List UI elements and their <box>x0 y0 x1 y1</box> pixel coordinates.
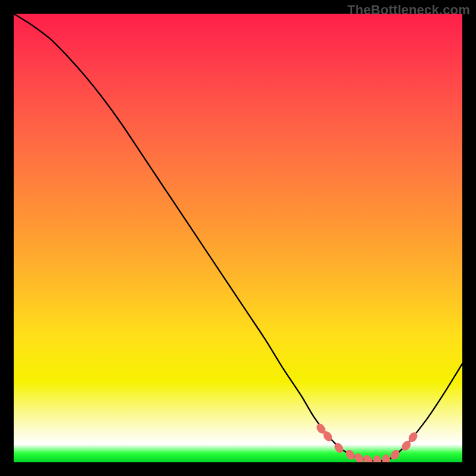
bead-marker <box>389 448 401 461</box>
bead-marker <box>373 455 381 462</box>
curve-layer <box>14 14 462 462</box>
bottleneck-curve <box>14 14 462 461</box>
bead-marker <box>362 453 374 462</box>
bead-marker <box>382 454 390 462</box>
chart-frame: TheBottleneck.com <box>0 0 476 476</box>
watermark-text: TheBottleneck.com <box>347 2 470 18</box>
bead-marker <box>344 448 356 461</box>
plot-area <box>14 14 462 462</box>
beads-group <box>315 422 419 462</box>
bead-marker <box>353 452 365 462</box>
